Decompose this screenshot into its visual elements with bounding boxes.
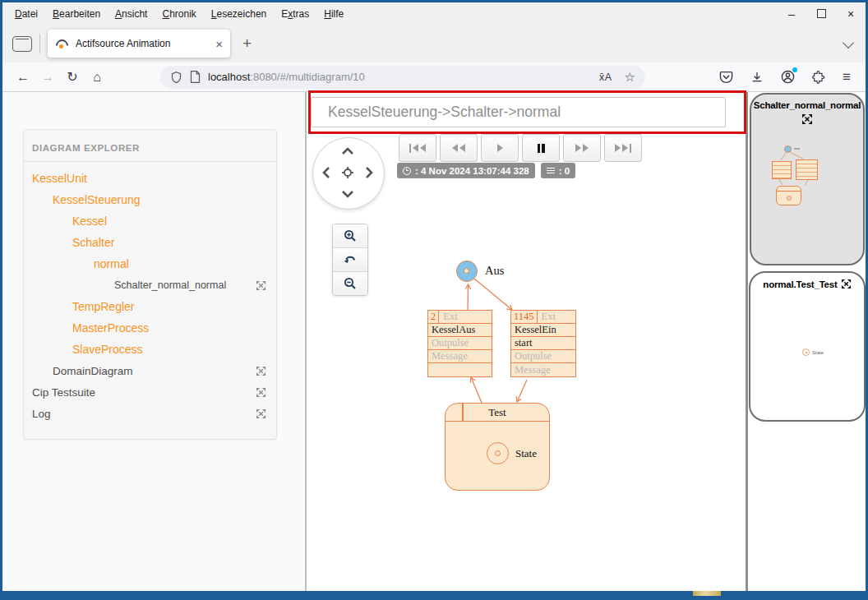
fast-forward-button[interactable] xyxy=(563,134,601,162)
zoom-out-button[interactable] xyxy=(333,271,367,295)
bookmark-star-icon[interactable]: ☆ xyxy=(625,70,635,85)
pause-button[interactable] xyxy=(522,134,560,162)
menu-extras[interactable]: Extras xyxy=(274,8,316,20)
event-table-kesselaus: 2Ext KesselAus Outpulse Message xyxy=(427,310,492,377)
tree-item-kesselunit[interactable]: KesselUnit xyxy=(24,168,276,189)
maximize-icon xyxy=(817,9,826,18)
tree-item-kessel[interactable]: Kessel xyxy=(24,210,276,232)
tree-item-log[interactable]: Log xyxy=(24,403,276,424)
url-path: :8080/#/multidiagram/10 xyxy=(250,71,364,83)
url-bar[interactable]: localhost:8080/#/multidiagram/10 x̄A ☆ xyxy=(160,66,645,89)
event-id: 1145 xyxy=(511,311,538,323)
page-info-icon[interactable] xyxy=(190,71,201,83)
new-tab-button[interactable]: + xyxy=(242,35,252,53)
download-icon[interactable] xyxy=(750,71,764,84)
menu-ansicht[interactable]: Ansicht xyxy=(108,8,155,20)
tab-strip: Actifsource Animation × + xyxy=(2,25,866,62)
tree-item-slaveprocess[interactable]: SlaveProcess xyxy=(24,339,276,360)
menu-hilfe[interactable]: Hilfe xyxy=(316,8,351,20)
preview-column: Schalter_normal_normal xyxy=(746,92,866,591)
account-icon[interactable] xyxy=(781,70,795,84)
translate-icon[interactable]: x̄A xyxy=(599,72,612,83)
menu-lesezeichen[interactable]: Lesezeichen xyxy=(204,8,274,20)
event-count-text: : 0 xyxy=(559,166,570,176)
tab-actifsource[interactable]: Actifsource Animation × xyxy=(48,30,230,58)
tree-item-kesselsteuerung[interactable]: KesselSteuerung xyxy=(24,189,276,210)
tree-label: Schalter_normal_normal xyxy=(114,279,226,291)
thumb-table-right xyxy=(796,159,818,180)
tree-label: SlaveProcess xyxy=(72,343,143,356)
table-row: KesselEin xyxy=(511,324,575,337)
extensions-puzzle-icon[interactable] xyxy=(812,71,825,84)
tab-close-icon[interactable]: × xyxy=(215,37,223,51)
preview-panel-title: Schalter_normal_normal xyxy=(751,100,863,110)
tree-item-tempregler[interactable]: TempRegler xyxy=(24,296,276,317)
explorer-divider xyxy=(24,161,276,162)
pan-right-icon xyxy=(367,168,372,178)
tree-item-schalter-normal-normal[interactable]: Schalter_normal_normal xyxy=(24,275,276,296)
tree-label: Log xyxy=(32,408,51,420)
preview-panel-test[interactable]: normal.Test_Test State xyxy=(749,271,866,422)
content: DIAGRAM EXPLORER KesselUnit KesselSteuer… xyxy=(2,92,866,591)
zoom-in-button[interactable] xyxy=(333,224,367,247)
tree-label: Kessel xyxy=(72,215,107,228)
composite-state-test: Test State xyxy=(445,403,550,491)
minimize-button[interactable]: – xyxy=(777,2,806,25)
maximize-button[interactable] xyxy=(806,2,836,25)
rewind-button[interactable] xyxy=(440,134,478,162)
preview-panel-title: normal.Test_Test xyxy=(763,279,837,289)
thumb-test-box xyxy=(776,186,801,205)
window-controls: – × xyxy=(777,2,866,25)
tree-label: MasterProcess xyxy=(72,321,149,335)
table-row: start xyxy=(511,337,575,350)
skip-to-end-button[interactable] xyxy=(604,134,642,162)
shield-icon[interactable] xyxy=(170,71,182,84)
hamburger-menu-icon[interactable]: ≡ xyxy=(843,69,851,85)
thumb-table-left xyxy=(772,161,792,179)
home-button[interactable]: ⌂ xyxy=(85,70,109,85)
firefox-view-icon[interactable] xyxy=(12,36,32,52)
menu-chronik[interactable]: Chronik xyxy=(155,8,203,20)
expand-icon[interactable] xyxy=(256,387,266,398)
expand-icon[interactable] xyxy=(841,279,852,289)
time-badge: : 4 Nov 2024 13:07:44 328 xyxy=(397,163,535,178)
forward-button[interactable]: → xyxy=(35,70,60,85)
tab-title: Actifsource Animation xyxy=(76,38,210,49)
tree-item-masterprocess[interactable]: MasterProcess xyxy=(24,317,276,339)
expand-icon[interactable] xyxy=(751,113,863,125)
tree-label: TempRegler xyxy=(72,300,134,313)
tree-item-cip-testsuite[interactable]: Cip Testsuite xyxy=(24,381,276,403)
tree-item-domaindiagram[interactable]: DomainDiagram xyxy=(24,360,276,381)
pan-up-icon xyxy=(343,149,353,154)
close-window-button[interactable]: × xyxy=(836,2,866,25)
table-row-empty xyxy=(428,363,492,376)
event-table-kesselein: 1145Ext KesselEin start Outpulse Message xyxy=(510,310,576,377)
preview-panel-schalter[interactable]: Schalter_normal_normal xyxy=(750,93,865,265)
skip-to-start-button[interactable] xyxy=(399,134,436,162)
expand-icon[interactable] xyxy=(256,408,266,419)
table-row: Outpulse xyxy=(511,350,575,363)
playback-controls xyxy=(399,134,642,162)
tree-item-schalter[interactable]: Schalter xyxy=(24,232,276,253)
play-button[interactable] xyxy=(481,134,519,162)
list-all-tabs-icon[interactable] xyxy=(843,37,854,48)
menu-bearbeiten[interactable]: Bearbeiten xyxy=(45,8,108,20)
tree-label: Cip Testsuite xyxy=(32,386,95,399)
back-button[interactable]: ← xyxy=(11,70,35,85)
tree-label: KesselSteuerung xyxy=(53,193,141,206)
time-badge-text: : 4 Nov 2024 13:07:44 328 xyxy=(415,166,529,176)
menu-datei[interactable]: Datei xyxy=(7,8,45,20)
composite-state-title: Test xyxy=(446,404,549,422)
pan-center-icon xyxy=(342,167,353,178)
reload-button[interactable]: ↻ xyxy=(60,69,85,85)
menubar: Datei Bearbeiten Ansicht Chronik Lesezei… xyxy=(2,8,351,20)
thumb-state-node xyxy=(802,348,810,356)
reset-view-button[interactable] xyxy=(333,247,367,271)
tree-item-normal[interactable]: normal xyxy=(24,253,276,275)
expand-icon[interactable] xyxy=(256,366,266,376)
expand-icon[interactable] xyxy=(256,280,266,291)
pan-wheel[interactable] xyxy=(312,137,385,210)
pocket-icon[interactable] xyxy=(719,71,733,84)
state-node-aus-dot xyxy=(464,268,469,274)
tree-label: normal xyxy=(94,257,129,270)
